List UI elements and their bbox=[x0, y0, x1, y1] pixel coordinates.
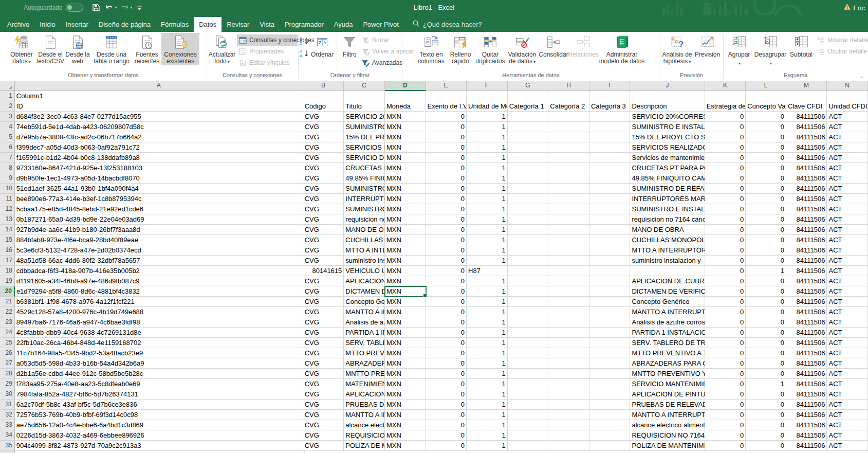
cell-F30[interactable]: 1 bbox=[467, 389, 508, 400]
row-header-1[interactable]: 1 bbox=[0, 91, 15, 101]
cell-E10[interactable]: 0 bbox=[426, 184, 467, 194]
cell-G27[interactable] bbox=[508, 358, 549, 369]
cell-G26[interactable] bbox=[508, 348, 549, 358]
ribbon-button-mostrar-detalle[interactable]: Mostrar detalle bbox=[815, 34, 866, 46]
cell-B4[interactable]: CVG bbox=[303, 122, 344, 132]
cell-H23[interactable] bbox=[548, 317, 589, 328]
cell-D29[interactable]: MXN bbox=[385, 379, 426, 389]
cell-C11[interactable]: INTERRUPTORES MARCA bbox=[344, 194, 385, 204]
cell-J14[interactable]: MANO DE OBRA bbox=[630, 225, 705, 235]
cell-J8[interactable]: CRUCETAS PT PARA POSTE bbox=[630, 163, 705, 173]
cell-D7[interactable]: MXN bbox=[385, 153, 426, 163]
cell-I16[interactable] bbox=[589, 245, 631, 256]
cell-E4[interactable]: 0 bbox=[426, 122, 467, 132]
row-header-26[interactable]: 26 bbox=[0, 348, 15, 358]
tab-power-pivot[interactable]: Power Pivot bbox=[358, 17, 403, 32]
cell-L21[interactable]: 0 bbox=[746, 297, 786, 307]
cell-I10[interactable] bbox=[589, 184, 631, 194]
cell-K12[interactable]: 0 bbox=[705, 204, 746, 214]
ribbon-button-consultas-y-conexiones[interactable]: Consultas y conexiones bbox=[237, 34, 298, 46]
cell-H3[interactable] bbox=[548, 112, 589, 122]
cell-K17[interactable]: 0 bbox=[705, 256, 746, 266]
chevron-down-icon[interactable]: ▾ bbox=[770, 61, 772, 66]
cell-F27[interactable]: 1 bbox=[467, 358, 508, 369]
cell-K25[interactable]: 0 bbox=[705, 338, 746, 348]
cell-B26[interactable]: CVG bbox=[303, 348, 344, 358]
cell-H11[interactable] bbox=[548, 194, 589, 204]
cell-I8[interactable] bbox=[589, 163, 631, 173]
cell-M27[interactable]: 84111506 bbox=[786, 358, 827, 369]
cell-F24[interactable]: 1 bbox=[467, 328, 508, 338]
cell-I22[interactable] bbox=[589, 307, 631, 317]
cell-J27[interactable]: ABRAZADERAS PARA CRUCETA bbox=[630, 358, 705, 369]
cell-M9[interactable]: 84111506 bbox=[786, 173, 827, 184]
cell-M19[interactable]: 84111506 bbox=[786, 276, 827, 286]
cell-A9[interactable]: d9b950fe-1ec1-4973-a05d-14bacbdf8070 bbox=[15, 173, 303, 184]
cell-F2[interactable]: Unidad de Medida bbox=[467, 101, 508, 112]
cell-B2[interactable]: Código bbox=[303, 101, 344, 112]
cell-J7[interactable]: Servicios de mantenimiento bbox=[630, 153, 705, 163]
ribbon-button-analisis-de-hipotesis[interactable]: ? Análisis de hipótesis▾ bbox=[661, 33, 693, 66]
chevron-down-icon[interactable]: ▾ bbox=[689, 60, 691, 64]
cell-G2[interactable]: Categoría 1 bbox=[508, 101, 549, 112]
cell-H35[interactable] bbox=[548, 441, 589, 451]
cell-K7[interactable]: 0 bbox=[705, 153, 746, 163]
cell-M13[interactable]: 84111506 bbox=[786, 214, 827, 225]
cell-I21[interactable] bbox=[589, 297, 631, 307]
cell-N25[interactable]: ACT bbox=[827, 338, 868, 348]
cell-I26[interactable] bbox=[589, 348, 631, 358]
cell-I9[interactable] bbox=[589, 173, 631, 184]
column-header-D[interactable]: D bbox=[385, 81, 426, 91]
cell-B28[interactable]: CVG bbox=[303, 369, 344, 379]
cell-N30[interactable]: ACT bbox=[827, 389, 868, 400]
cell-N3[interactable]: ACT bbox=[827, 112, 868, 122]
cell-D33[interactable]: MXN bbox=[385, 420, 426, 430]
cell-E28[interactable]: 0 bbox=[426, 369, 467, 379]
column-header-H[interactable]: H bbox=[548, 81, 589, 91]
cell-E32[interactable]: 0 bbox=[426, 410, 467, 420]
row-header-4[interactable]: 4 bbox=[0, 122, 15, 132]
cell-K1[interactable] bbox=[705, 91, 746, 101]
cell-I33[interactable] bbox=[589, 420, 631, 430]
account-area[interactable]: Eric bbox=[843, 0, 865, 15]
cell-N29[interactable]: ACT bbox=[827, 379, 868, 389]
cell-K28[interactable]: 0 bbox=[705, 369, 746, 379]
row-header-22[interactable]: 22 bbox=[0, 307, 15, 317]
cell-G5[interactable] bbox=[508, 132, 549, 142]
cell-M35[interactable]: 84111506 bbox=[786, 441, 827, 451]
cell-N26[interactable]: ACT bbox=[827, 348, 868, 358]
cell-K4[interactable]: 0 bbox=[705, 122, 746, 132]
cell-G22[interactable] bbox=[508, 307, 549, 317]
cell-G32[interactable] bbox=[508, 410, 549, 420]
cell-L31[interactable]: 0 bbox=[746, 400, 786, 410]
cell-H15[interactable] bbox=[548, 235, 589, 245]
cell-E6[interactable]: 0 bbox=[426, 142, 467, 153]
cell-M4[interactable]: 84111506 bbox=[786, 122, 827, 132]
row-header-27[interactable]: 27 bbox=[0, 358, 15, 369]
cell-I13[interactable] bbox=[589, 214, 631, 225]
cell-I24[interactable] bbox=[589, 328, 631, 338]
cell-M32[interactable]: 84111506 bbox=[786, 410, 827, 420]
ribbon-button-desde-la-web[interactable]: Desde la web bbox=[65, 33, 90, 65]
cell-H21[interactable] bbox=[548, 297, 589, 307]
cell-L23[interactable]: 0 bbox=[746, 317, 786, 328]
cell-B29[interactable]: CVG bbox=[303, 379, 344, 389]
cell-L9[interactable]: 0 bbox=[746, 173, 786, 184]
cell-F1[interactable] bbox=[467, 91, 508, 101]
cell-K30[interactable]: 0 bbox=[705, 389, 746, 400]
cell-I25[interactable] bbox=[589, 338, 631, 348]
cell-E8[interactable]: 0 bbox=[426, 163, 467, 173]
cell-B33[interactable]: CVG bbox=[303, 420, 344, 430]
cell-L34[interactable]: 0 bbox=[746, 430, 786, 441]
cell-J29[interactable]: SERVICIO MANTENIMIENTO bbox=[630, 379, 705, 389]
cell-A15[interactable]: 884bfab8-973e-4f6e-bca9-28bd40f89eae bbox=[15, 235, 303, 245]
cell-E27[interactable]: 0 bbox=[426, 358, 467, 369]
tab-vista[interactable]: Vista bbox=[254, 17, 280, 32]
cell-I2[interactable]: Categoría 3 bbox=[589, 101, 631, 112]
cell-N1[interactable] bbox=[827, 91, 868, 101]
ribbon-button-propiedades[interactable]: Propiedades bbox=[237, 46, 298, 57]
cell-E26[interactable]: 0 bbox=[426, 348, 467, 358]
cell-G23[interactable] bbox=[508, 317, 549, 328]
cell-A34[interactable]: 0226d15d-3863-4032-a469-6ebbee896926 bbox=[15, 430, 303, 441]
cell-I15[interactable] bbox=[589, 235, 631, 245]
